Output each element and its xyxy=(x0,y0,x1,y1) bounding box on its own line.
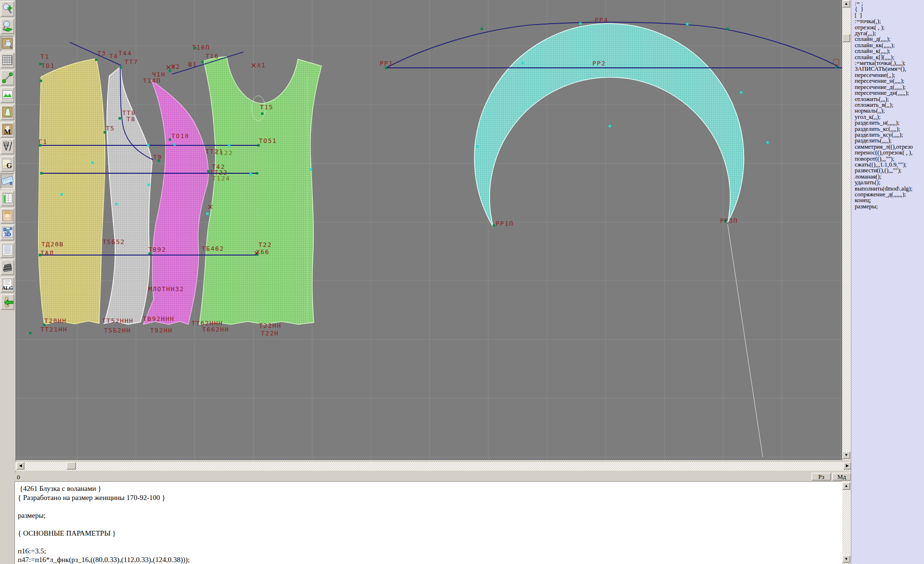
flounce-guide-line[interactable] xyxy=(728,224,763,457)
pattern-piece-front-green[interactable] xyxy=(199,57,321,324)
command-item[interactable]: сплайн_д(,,,,); xyxy=(855,36,924,42)
toolbar-bottom-gap xyxy=(0,473,15,564)
point-label: Ш1 xyxy=(188,61,197,68)
toolbar-button-pattern-g[interactable]: G xyxy=(0,156,14,172)
toolbar-button-view-pattern[interactable] xyxy=(0,36,14,51)
toolbar-button-3d-view[interactable]: 3D xyxy=(0,225,14,241)
drawing-canvas[interactable]: Т1ТО1Т3Т4Т44ТТ7Ж2Ш1Т16ПТ16Ч1НТ14ПХ1Т15ТТ… xyxy=(15,0,842,460)
point-label: Т5Б52 xyxy=(103,238,125,245)
cyan-point-marker xyxy=(310,168,312,171)
green-point-marker xyxy=(119,117,121,120)
toolbar-button-pattern-piece[interactable] xyxy=(0,104,14,120)
cyan-point-marker xyxy=(228,144,231,147)
command-item[interactable]: { } xyxy=(855,6,924,12)
command-item[interactable]: развести((),(),,,""); xyxy=(855,167,924,173)
svg-text:M: M xyxy=(4,128,11,136)
toolbar-button-text-list[interactable] xyxy=(0,242,14,258)
algorithm-text[interactable]: {4261 Блузка с воланами } { Разработано … xyxy=(15,482,842,564)
toolbar-button-pattern-m[interactable]: M xyxy=(0,122,14,138)
green-point-marker xyxy=(169,139,171,141)
canvas-vscroll-thumb[interactable] xyxy=(842,34,850,42)
zoom-in-icon xyxy=(1,2,13,16)
point-label: Т16 xyxy=(205,52,219,60)
toolbar-button-model-photo[interactable] xyxy=(0,208,14,224)
cyan-point-marker xyxy=(174,143,176,146)
measure-line-icon xyxy=(1,71,13,85)
point-label: ТО1 xyxy=(41,62,55,69)
command-item[interactable]: ЗАПИСАТЬ(имя=(), xyxy=(855,66,924,72)
toolbar-button-ruler[interactable]: 8 xyxy=(0,173,14,189)
md-mode-button[interactable]: Мд xyxy=(832,473,851,481)
editor-scroll-up-icon[interactable]: ▲ xyxy=(842,482,850,490)
command-item[interactable]: пересечение_дн(,,,,,); xyxy=(855,90,924,96)
command-item[interactable]: перенос((),отрезок( , ), xyxy=(855,150,924,155)
point-label: Т15 xyxy=(260,103,273,111)
image-icon xyxy=(1,88,13,102)
point-label: ТТ7 xyxy=(125,58,138,65)
algorithm-editor[interactable]: {4261 Блузка с воланами } { Разработано … xyxy=(14,481,842,564)
grid-icon xyxy=(1,53,13,67)
svg-text:8: 8 xyxy=(10,180,13,186)
point-label: ТТ52ННН xyxy=(102,317,133,324)
toolbar-button-drafting-tools[interactable]: CMA xyxy=(0,139,14,154)
scroll-left-icon[interactable]: ◀ xyxy=(16,462,25,470)
point-label: Т8 xyxy=(127,115,136,123)
command-item[interactable]: := ; xyxy=(855,0,924,6)
toolbar-button-image[interactable] xyxy=(0,87,14,103)
command-item[interactable]: :=точка(,); xyxy=(855,18,924,24)
command-item[interactable]: пересечение_н(,,,,); xyxy=(855,78,924,84)
green-point-marker xyxy=(256,172,258,175)
toolbar-button-import-pattern[interactable] xyxy=(0,294,14,310)
point-label: РР2 xyxy=(592,60,606,67)
command-item[interactable]: нормаль(,,); xyxy=(855,108,924,114)
pattern-piece-side-gray[interactable] xyxy=(104,66,152,324)
point-label: Т1 xyxy=(40,53,50,60)
point-label: ТО10 xyxy=(171,132,189,140)
scroll-up-icon[interactable]: ▲ xyxy=(842,0,850,8)
pattern-piece-back-yellow[interactable] xyxy=(38,59,105,324)
green-point-marker xyxy=(493,225,495,227)
cyan-point-marker xyxy=(522,62,524,64)
drafting-tools-icon: CMA xyxy=(1,140,13,154)
canvas-hscroll-thumb[interactable] xyxy=(66,462,76,470)
alg-document-icon: ALG xyxy=(1,278,13,292)
toolbar-button-measure-line[interactable] xyxy=(0,70,14,86)
svg-text:G: G xyxy=(6,162,12,170)
cyan-point-marker xyxy=(476,145,479,148)
cyan-point-marker xyxy=(767,141,769,144)
green-point-marker xyxy=(385,67,387,69)
editor-vertical-scrollbar[interactable]: ▲ ▼ xyxy=(842,481,851,564)
toolbar-button-zoom-window[interactable] xyxy=(0,18,14,34)
green-point-marker xyxy=(169,70,171,72)
toolbar-button-alg-document[interactable]: ALG xyxy=(0,277,14,293)
command-item[interactable]: сплайн_к(,,,,); xyxy=(855,48,924,54)
point-label: Т22 xyxy=(258,241,272,248)
ruler-icon: 8 xyxy=(1,174,13,188)
3d-view-icon: 3D xyxy=(1,226,13,240)
pattern-piece-icon xyxy=(1,105,13,119)
command-item[interactable]: разделить(,,,,); xyxy=(855,138,924,143)
scroll-right-icon[interactable]: ▶ xyxy=(843,462,851,470)
point-label: ТТ21НН xyxy=(40,326,67,333)
green-point-marker xyxy=(727,28,729,30)
pattern-m-icon: M xyxy=(1,123,13,137)
command-item[interactable]: разделить_н(,,,,,); xyxy=(855,120,924,126)
point-label: Т662НН xyxy=(202,326,229,333)
command-item[interactable]: конец; xyxy=(855,197,924,203)
toolbar-button-table[interactable] xyxy=(0,191,14,206)
green-point-marker xyxy=(29,332,32,334)
zoom-window-icon xyxy=(1,19,13,33)
toolbar-button-grid[interactable] xyxy=(0,52,14,68)
rz-mode-button[interactable]: Рз xyxy=(811,473,831,481)
svg-text:3D: 3D xyxy=(4,231,11,238)
toolbar-button-books[interactable] xyxy=(0,259,14,275)
canvas-vertical-scrollbar[interactable]: ▲ ▼ xyxy=(842,0,851,460)
command-item[interactable]: размеры; xyxy=(855,204,924,209)
green-point-marker xyxy=(481,28,483,30)
toolbar-button-zoom-in[interactable] xyxy=(0,1,14,17)
scroll-down-icon[interactable]: ▼ xyxy=(842,451,850,459)
canvas-horizontal-scrollbar[interactable]: ◀ ▶ xyxy=(15,461,852,473)
command-item[interactable]: удалить(); xyxy=(855,179,924,185)
editor-scroll-down-icon[interactable]: ▼ xyxy=(842,555,850,563)
green-point-marker xyxy=(40,172,43,175)
